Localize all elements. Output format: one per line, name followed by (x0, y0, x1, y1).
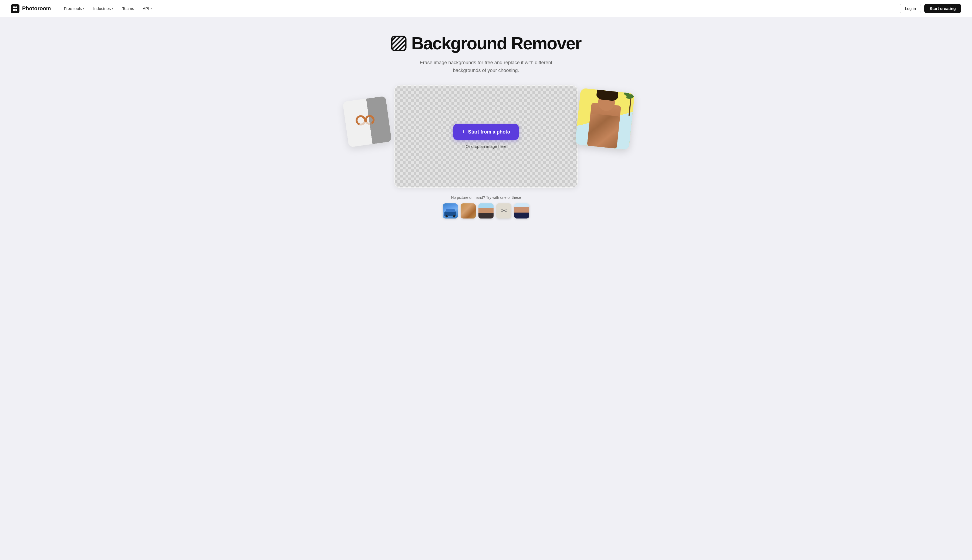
drop-area-wrapper: + Start from a photo Or drop an image he… (394, 85, 578, 188)
chevron-down-icon: ▾ (83, 7, 85, 10)
upload-button-label: Start from a photo (468, 129, 510, 135)
navbar-right: Log in Start creating (900, 4, 961, 13)
sample-thumb-food[interactable] (461, 203, 476, 218)
page-title: Background Remover (411, 33, 581, 53)
samples-label: No picture on hand? Try with one of thes… (451, 195, 521, 200)
plus-icon: + (462, 128, 465, 135)
upload-button[interactable]: + Start from a photo (453, 124, 519, 140)
logo-text: Photoroom (22, 5, 51, 12)
sample-thumb-person2[interactable] (514, 203, 529, 218)
svg-rect-1 (15, 7, 17, 8)
background-remover-icon (391, 35, 407, 52)
nav-industries[interactable]: Industries ▾ (90, 5, 117, 12)
samples-section: No picture on hand? Try with one of thes… (443, 195, 529, 218)
sample-thumb-car[interactable] (443, 203, 458, 218)
nav-api[interactable]: API ▾ (140, 5, 155, 12)
svg-line-7 (392, 37, 400, 45)
chevron-down-icon: ▾ (112, 7, 114, 10)
deco-earrings (343, 96, 392, 147)
navbar: Photoroom Free tools ▾ Industries ▾ Team… (0, 0, 972, 17)
start-creating-button[interactable]: Start creating (924, 4, 961, 13)
nav-teams[interactable]: Teams (119, 5, 137, 12)
sample-thumb-person1[interactable] (478, 203, 494, 218)
svg-rect-3 (15, 9, 17, 11)
svg-rect-2 (13, 9, 15, 11)
login-button[interactable]: Log in (900, 4, 921, 13)
hero-subtitle: Erase image backgrounds for free and rep… (416, 59, 556, 75)
deco-person (575, 88, 635, 150)
sample-thumb-scissors[interactable]: ✂ (496, 203, 511, 218)
navbar-left: Photoroom Free tools ▾ Industries ▾ Team… (11, 4, 155, 13)
nav-links: Free tools ▾ Industries ▾ Teams API ▾ (61, 5, 155, 12)
main-content: Background Remover Erase image backgroun… (0, 17, 972, 240)
drop-hint: Or drop an image here (466, 144, 507, 148)
logo-icon (11, 4, 19, 13)
drop-zone[interactable]: + Start from a photo Or drop an image he… (394, 85, 578, 188)
chevron-down-icon: ▾ (151, 7, 152, 10)
logo-link[interactable]: Photoroom (11, 4, 51, 13)
nav-free-tools[interactable]: Free tools ▾ (61, 5, 88, 12)
svg-rect-0 (13, 7, 15, 8)
hero-title: Background Remover (391, 33, 581, 53)
samples-row: ✂ (443, 203, 529, 218)
